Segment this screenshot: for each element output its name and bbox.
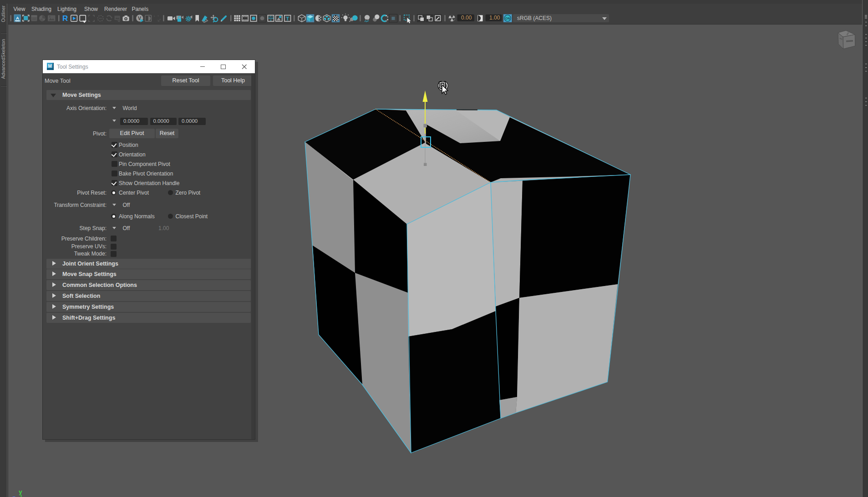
svg-text:z: z xyxy=(12,495,16,497)
svg-text:M: M xyxy=(48,64,51,69)
svg-text:y: y xyxy=(19,489,22,496)
